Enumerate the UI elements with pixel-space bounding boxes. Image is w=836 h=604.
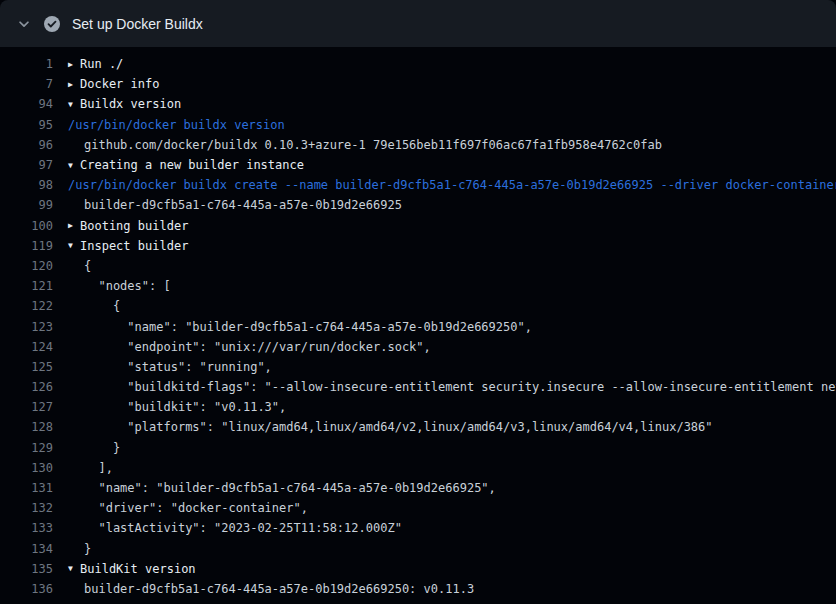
line-content: { — [68, 259, 91, 273]
line-content: ▶Docker info — [68, 77, 159, 91]
line-text: "endpoint": "unix:///var/run/docker.sock… — [84, 340, 431, 354]
log-line: 123 "name": "builder-d9cfb5a1-c764-445a-… — [0, 316, 836, 336]
line-text: /usr/bin/docker buildx create --name bui… — [68, 178, 836, 192]
line-content: ▶Booting builder — [68, 219, 188, 233]
line-text: "buildkit": "v0.11.3", — [84, 400, 286, 414]
line-number[interactable]: 119 — [0, 239, 53, 253]
log-group-line[interactable]: 97▼Creating a new builder instance — [0, 155, 836, 175]
log-group-line[interactable]: 100▶Booting builder — [0, 216, 836, 236]
line-content: "buildkitd-flags": "--allow-insecure-ent… — [68, 380, 836, 394]
line-text: } — [84, 542, 91, 556]
line-content: builder-d9cfb5a1-c764-445a-a57e-0b19d2e6… — [68, 582, 474, 596]
line-number[interactable]: 100 — [0, 219, 53, 233]
line-number[interactable]: 131 — [0, 481, 53, 495]
line-content: "lastActivity": "2023-02-25T11:58:12.000… — [68, 521, 402, 535]
line-content: /usr/bin/docker buildx create --name bui… — [68, 178, 836, 192]
group-expanded-icon[interactable]: ▼ — [68, 100, 80, 109]
line-text: "platforms": "linux/amd64,linux/amd64/v2… — [84, 420, 713, 434]
log-line: 99builder-d9cfb5a1-c764-445a-a57e-0b19d2… — [0, 195, 836, 215]
line-content: "platforms": "linux/amd64,linux/amd64/v2… — [68, 420, 713, 434]
group-expanded-icon[interactable]: ▼ — [68, 161, 80, 170]
line-number[interactable]: 126 — [0, 380, 53, 394]
line-number[interactable]: 121 — [0, 279, 53, 293]
line-number[interactable]: 132 — [0, 501, 53, 515]
line-number[interactable]: 122 — [0, 299, 53, 313]
line-number[interactable]: 94 — [0, 97, 53, 111]
line-text: } — [84, 441, 120, 455]
line-text: github.com/docker/buildx 0.10.3+azure-1 … — [84, 138, 662, 152]
line-text: "status": "running", — [84, 360, 272, 374]
line-text: Booting builder — [80, 219, 188, 233]
line-content: ▶Run ./ — [68, 57, 123, 71]
group-expanded-icon[interactable]: ▼ — [68, 564, 80, 573]
log-line: 134} — [0, 539, 836, 559]
line-number[interactable]: 123 — [0, 320, 53, 334]
line-text: { — [84, 299, 120, 313]
line-text: Creating a new builder instance — [80, 158, 304, 172]
line-number[interactable]: 124 — [0, 340, 53, 354]
line-text: BuildKit version — [80, 562, 196, 576]
log-line: 121 "nodes": [ — [0, 276, 836, 296]
line-number[interactable]: 1 — [0, 57, 53, 71]
group-collapsed-icon[interactable]: ▶ — [68, 80, 80, 89]
log-group-line[interactable]: 7▶Docker info — [0, 74, 836, 94]
line-text: "nodes": [ — [84, 279, 171, 293]
line-number[interactable]: 129 — [0, 441, 53, 455]
line-content: { — [68, 299, 120, 313]
step-header[interactable]: Set up Docker Buildx — [0, 0, 836, 47]
step-title: Set up Docker Buildx — [72, 16, 203, 32]
log-line: 122 { — [0, 296, 836, 316]
group-collapsed-icon[interactable]: ▶ — [68, 60, 80, 69]
group-expanded-icon[interactable]: ▼ — [68, 241, 80, 250]
line-number[interactable]: 136 — [0, 582, 53, 596]
line-text: builder-d9cfb5a1-c764-445a-a57e-0b19d2e6… — [84, 198, 402, 212]
line-number[interactable]: 120 — [0, 259, 53, 273]
line-number[interactable]: 98 — [0, 178, 53, 192]
log-group-line[interactable]: 135▼BuildKit version — [0, 559, 836, 579]
line-content: ▼Creating a new builder instance — [68, 158, 304, 172]
line-text: builder-d9cfb5a1-c764-445a-a57e-0b19d2e6… — [84, 582, 474, 596]
log-line: 98/usr/bin/docker buildx create --name b… — [0, 175, 836, 195]
line-number[interactable]: 134 — [0, 542, 53, 556]
log-line: 127 "buildkit": "v0.11.3", — [0, 397, 836, 417]
line-number[interactable]: 99 — [0, 198, 53, 212]
line-number[interactable]: 135 — [0, 562, 53, 576]
line-content: ], — [68, 461, 113, 475]
log-group-line[interactable]: 94▼Buildx version — [0, 94, 836, 114]
line-content: "driver": "docker-container", — [68, 501, 308, 515]
line-number[interactable]: 95 — [0, 118, 53, 132]
line-number[interactable]: 7 — [0, 77, 53, 91]
log-line: 126 "buildkitd-flags": "--allow-insecure… — [0, 377, 836, 397]
line-text: ], — [84, 461, 113, 475]
line-content: } — [68, 441, 120, 455]
line-text: "driver": "docker-container", — [84, 501, 308, 515]
line-number[interactable]: 128 — [0, 420, 53, 434]
log-group-line[interactable]: 119▼Inspect builder — [0, 236, 836, 256]
line-number[interactable]: 125 — [0, 360, 53, 374]
log-group-line[interactable]: 1▶Run ./ — [0, 54, 836, 74]
log-line: 128 "platforms": "linux/amd64,linux/amd6… — [0, 417, 836, 437]
log-line: 136builder-d9cfb5a1-c764-445a-a57e-0b19d… — [0, 579, 836, 599]
line-content: github.com/docker/buildx 0.10.3+azure-1 … — [68, 138, 662, 152]
log-line: 95/usr/bin/docker buildx version — [0, 115, 836, 135]
line-number[interactable]: 96 — [0, 138, 53, 152]
line-number[interactable]: 127 — [0, 400, 53, 414]
log-line: 125 "status": "running", — [0, 357, 836, 377]
log-line: 131 "name": "builder-d9cfb5a1-c764-445a-… — [0, 478, 836, 498]
check-circle-icon — [44, 16, 60, 32]
chevron-down-icon[interactable] — [16, 16, 32, 32]
line-text: Run ./ — [80, 57, 123, 71]
line-content: ▼BuildKit version — [68, 562, 196, 576]
line-number[interactable]: 130 — [0, 461, 53, 475]
line-text: Docker info — [80, 77, 159, 91]
line-number[interactable]: 97 — [0, 158, 53, 172]
group-collapsed-icon[interactable]: ▶ — [68, 221, 80, 230]
line-text: "name": "builder-d9cfb5a1-c764-445a-a57e… — [84, 320, 532, 334]
line-content: /usr/bin/docker buildx version — [68, 118, 285, 132]
line-content: } — [68, 542, 91, 556]
line-number[interactable]: 133 — [0, 521, 53, 535]
line-text: "name": "builder-d9cfb5a1-c764-445a-a57e… — [84, 481, 496, 495]
line-content: "endpoint": "unix:///var/run/docker.sock… — [68, 340, 431, 354]
line-content: ▼Inspect builder — [68, 239, 188, 253]
log-line: 130 ], — [0, 458, 836, 478]
